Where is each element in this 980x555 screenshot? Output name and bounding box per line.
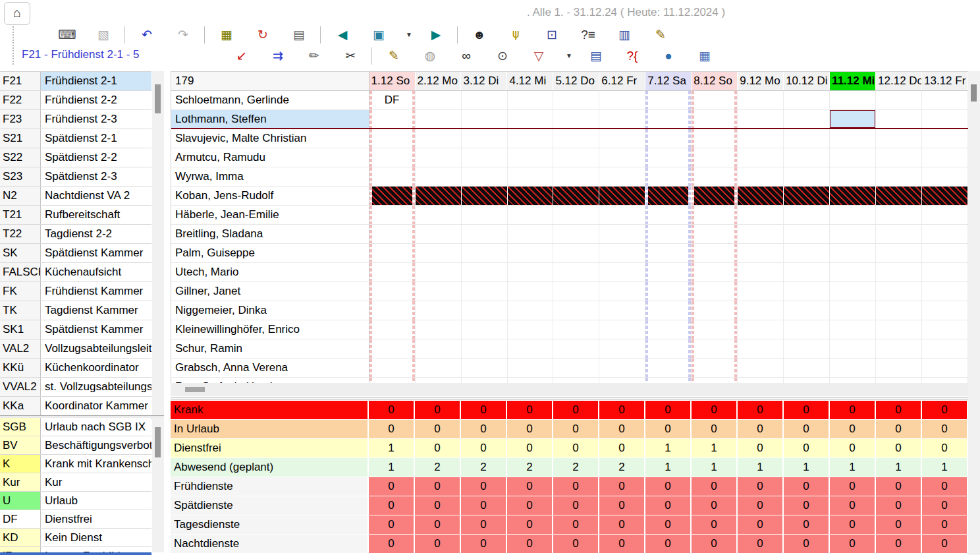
absence-type-row[interactable]: UUrlaub <box>0 492 151 510</box>
scrollbar-thumb[interactable] <box>971 84 977 102</box>
roster-cell[interactable] <box>738 263 784 281</box>
roster-cell[interactable] <box>922 167 968 186</box>
roster-cell[interactable] <box>692 301 738 320</box>
roster-cell[interactable] <box>553 378 599 383</box>
roster-cell[interactable] <box>922 244 968 262</box>
roster-cell[interactable] <box>738 148 784 167</box>
roster-cell[interactable] <box>876 206 922 224</box>
employee-name[interactable]: Niggemeier, Dinka <box>171 301 369 320</box>
roster-cell[interactable] <box>369 301 416 320</box>
day-header[interactable]: 1.12 So <box>369 72 416 90</box>
roster-cell[interactable] <box>369 339 416 358</box>
roster-cell[interactable] <box>462 282 508 301</box>
roster-cell[interactable] <box>462 206 508 224</box>
roster-cell[interactable] <box>553 244 599 262</box>
roster-cell[interactable] <box>508 225 554 243</box>
roster-cell[interactable] <box>369 263 416 281</box>
roster-cell[interactable] <box>922 282 968 301</box>
roster-cell[interactable] <box>738 282 784 301</box>
sidebar-bottom-scroll-indicator[interactable] <box>0 552 151 555</box>
roster-cell[interactable] <box>416 282 462 301</box>
roster-cell[interactable] <box>738 129 784 148</box>
roster-cell[interactable] <box>784 167 830 186</box>
roster-cell[interactable] <box>553 110 599 128</box>
roster-cell[interactable] <box>922 110 968 128</box>
roster-cell[interactable] <box>462 320 508 339</box>
shift-list-scrollbar[interactable] <box>152 71 164 415</box>
roster-cell[interactable] <box>553 301 599 320</box>
roster-cell[interactable] <box>645 225 692 243</box>
roster-cell[interactable] <box>922 339 968 358</box>
shift-type-row[interactable]: SKSpätdienst Kammer <box>0 244 151 263</box>
roster-cell[interactable] <box>416 110 462 128</box>
roster-cell[interactable] <box>369 359 416 377</box>
day-header[interactable]: 9.12 Mo <box>738 72 784 90</box>
roster-cell[interactable] <box>508 167 554 186</box>
roster-cell[interactable] <box>599 339 645 358</box>
roster-cell[interactable] <box>738 167 784 186</box>
roster-cell[interactable] <box>553 167 599 186</box>
roster-cell[interactable] <box>416 206 462 224</box>
day-header[interactable]: 8.12 So <box>692 72 738 90</box>
absence-type-row[interactable]: BVBeschäftigungsverbot <box>0 436 151 455</box>
roster-cell[interactable] <box>784 187 830 205</box>
toolbar-drag-handle[interactable] <box>13 26 14 65</box>
employee-name[interactable]: Wyrwa, Imma <box>171 167 369 186</box>
roster-horizontal-scrollbar[interactable] <box>171 383 968 396</box>
roster-cell[interactable] <box>738 301 784 320</box>
roster-cell[interactable] <box>830 263 876 281</box>
cascade-windows-icon[interactable]: ▣ <box>368 26 390 44</box>
employee-name[interactable]: Schur, Ramin <box>171 339 369 358</box>
roster-cell[interactable] <box>784 206 830 224</box>
scrollbar-thumb[interactable] <box>155 427 161 457</box>
employee-name[interactable]: Slavujevic, Malte Christian <box>171 129 369 148</box>
roster-cell[interactable] <box>876 110 922 128</box>
scrollbar-thumb[interactable] <box>155 84 161 113</box>
roster-cell[interactable] <box>692 91 738 109</box>
undo-icon[interactable]: ↶ <box>136 26 158 44</box>
edit-plan-icon[interactable]: ✏ <box>303 47 325 65</box>
roster-cell[interactable] <box>692 129 738 148</box>
shift-type-row[interactable]: KKaKoordinator Kammer <box>0 397 151 416</box>
roster-cell[interactable] <box>784 301 830 320</box>
roster-cell[interactable] <box>692 206 738 224</box>
day-header[interactable]: 3.12 Di <box>461 72 507 90</box>
caret-down-icon[interactable]: ▼ <box>404 26 414 44</box>
roster-cell[interactable] <box>645 110 692 128</box>
roster-cell[interactable] <box>369 129 416 148</box>
absence-type-row[interactable]: KDKein Dienst <box>0 529 151 547</box>
shift-type-row[interactable]: T22Tagdienst 2-2 <box>0 225 151 244</box>
roster-cell[interactable] <box>692 167 738 186</box>
roster-cell[interactable] <box>876 129 922 148</box>
roster-cell[interactable] <box>922 359 968 377</box>
day-header[interactable]: 13.12 Fr <box>922 72 968 90</box>
orgchart-icon[interactable]: ⋔ <box>504 26 527 44</box>
roster-cell[interactable] <box>876 91 922 109</box>
absence-type-row[interactable]: KKrank mit Krankenschein <box>0 455 151 473</box>
roster-cell[interactable] <box>599 282 645 301</box>
roster-cell[interactable] <box>599 225 645 243</box>
roster-vertical-scrollbar[interactable] <box>968 71 980 555</box>
roster-cell[interactable] <box>416 129 462 148</box>
roster-cell[interactable] <box>784 282 830 301</box>
roster-cell[interactable] <box>645 187 692 205</box>
calendar-icon[interactable]: ▦ <box>694 47 716 65</box>
search-icon[interactable]: ∞ <box>455 47 477 65</box>
caret-down-icon[interactable]: ▼ <box>564 47 574 65</box>
roster-cell[interactable] <box>369 148 416 167</box>
roster-cell[interactable] <box>599 129 645 148</box>
workstation-icon[interactable]: ⌨ <box>56 26 78 44</box>
roster-cell[interactable] <box>416 339 462 358</box>
filter-icon[interactable]: ▽ <box>528 47 550 65</box>
absence-type-row[interactable]: iFInterne Fortbildung <box>0 547 151 552</box>
roster-cell[interactable] <box>508 110 554 128</box>
roster-cell[interactable] <box>876 244 922 262</box>
roster-cell[interactable] <box>922 301 968 320</box>
roster-cell[interactable] <box>830 339 876 358</box>
roster-cell[interactable] <box>830 320 876 339</box>
absence-type-row[interactable]: DFDienstfrei <box>0 510 151 529</box>
roster-cell[interactable] <box>462 148 508 167</box>
roster-cell[interactable] <box>784 263 830 281</box>
day-header[interactable]: 7.12 Sa <box>645 72 692 90</box>
roster-cell[interactable] <box>369 110 416 128</box>
